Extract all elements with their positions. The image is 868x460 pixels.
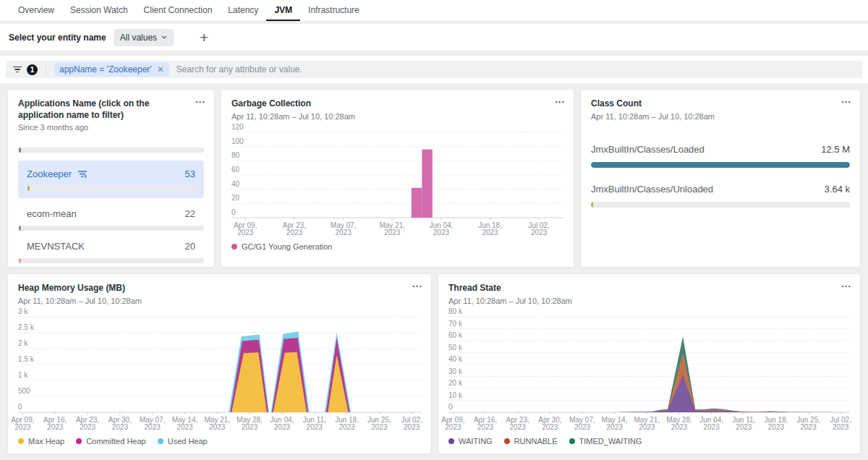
facet-bar bbox=[18, 148, 204, 153]
svg-text:500: 500 bbox=[18, 387, 30, 395]
divider bbox=[46, 63, 46, 76]
tab-latency[interactable]: Latency bbox=[220, 0, 266, 21]
ellipsis-menu-icon[interactable]: ... bbox=[841, 278, 851, 289]
card-title: Thread State bbox=[448, 283, 850, 294]
svg-text:50 k: 50 k bbox=[448, 343, 463, 351]
garbage-collection-card: Garbage Collection Apr 11, 10:28am – Jul… bbox=[221, 89, 574, 268]
svg-text:2023: 2023 bbox=[477, 423, 494, 431]
svg-text:0: 0 bbox=[231, 208, 236, 216]
tab-overview[interactable]: Overview bbox=[10, 0, 62, 21]
heap-memory-chart[interactable]: 05001 k1.5 k2 k2.5 k3 kApr 09,2023Apr 16… bbox=[18, 308, 421, 433]
close-icon[interactable]: ✕ bbox=[157, 64, 164, 74]
svg-text:1 k: 1 k bbox=[18, 371, 28, 379]
svg-text:2023: 2023 bbox=[286, 229, 303, 237]
svg-text:2023: 2023 bbox=[482, 229, 498, 237]
filter-chip-appname[interactable]: appName = 'Zookeeper' ✕ bbox=[54, 62, 169, 77]
svg-text:2023: 2023 bbox=[176, 423, 193, 431]
thread-state-chart[interactable]: 010 k20 k30 k40 k50 k60 k70 k80 kApr 09,… bbox=[448, 308, 850, 433]
svg-text:2023: 2023 bbox=[703, 423, 720, 431]
search-input[interactable] bbox=[176, 64, 855, 74]
legend-item[interactable]: GC/G1 Young Generation bbox=[231, 242, 332, 251]
tab-client-connection[interactable]: Client Connection bbox=[136, 0, 221, 21]
legend-item[interactable]: Used Heap bbox=[158, 437, 208, 446]
svg-text:1.5 k: 1.5 k bbox=[18, 355, 35, 363]
filter-count-badge: 1 bbox=[27, 64, 38, 75]
filter-funnel-icon[interactable] bbox=[13, 67, 22, 73]
legend-label: Max Heap bbox=[28, 437, 64, 446]
garbage-collection-chart[interactable]: 020406080100120Apr 09,2023Apr 23,2023May… bbox=[231, 124, 563, 238]
svg-text:2023: 2023 bbox=[736, 423, 752, 431]
svg-text:20 k: 20 k bbox=[448, 379, 463, 387]
entity-values-dropdown[interactable]: All values bbox=[114, 29, 174, 46]
legend-item[interactable]: TIMED_WAITING bbox=[569, 437, 642, 446]
entity-filter-label: Select your entity name bbox=[9, 33, 106, 43]
svg-text:2023: 2023 bbox=[433, 229, 450, 237]
filter-chip-label: appName = 'Zookeeper' bbox=[59, 64, 152, 74]
entity-filter-band: Select your entity name All values + bbox=[0, 24, 868, 51]
legend-dot-icon bbox=[569, 438, 575, 444]
app-item-mevnstack[interactable]: MEVNSTACK 20 bbox=[18, 241, 204, 252]
svg-text:2023: 2023 bbox=[80, 423, 96, 431]
app-name: Zookeeper bbox=[27, 169, 72, 179]
svg-text:60: 60 bbox=[231, 166, 240, 174]
svg-text:2023: 2023 bbox=[800, 423, 817, 431]
chart-legend: WAITINGRUNNABLETIMED_WAITING bbox=[438, 433, 860, 446]
legend-item[interactable]: RUNNABLE bbox=[504, 437, 558, 446]
svg-text:2023: 2023 bbox=[145, 423, 161, 431]
svg-text:2023: 2023 bbox=[510, 423, 527, 431]
app-item-ecom-mean[interactable]: ecom-mean 22 bbox=[18, 208, 204, 219]
legend-label: Used Heap bbox=[168, 437, 208, 446]
svg-text:2023: 2023 bbox=[384, 229, 401, 237]
svg-text:2023: 2023 bbox=[339, 423, 355, 431]
card-title: Heap Memory Usage (MB) bbox=[18, 283, 421, 294]
svg-text:120: 120 bbox=[231, 123, 244, 131]
legend-label: GC/G1 Young Generation bbox=[242, 242, 332, 251]
legend-item[interactable]: Committed Heap bbox=[76, 437, 146, 446]
metric-value: 3.64 k bbox=[825, 184, 850, 195]
legend-dot-icon bbox=[18, 438, 24, 444]
card-subtitle: Apr 11, 10:28am – Jul 10, 10:28am bbox=[448, 297, 850, 305]
legend-label: Committed Heap bbox=[86, 437, 146, 446]
svg-text:2023: 2023 bbox=[445, 423, 461, 431]
ellipsis-menu-icon[interactable]: ... bbox=[555, 94, 565, 105]
thread-state-card: Thread State Apr 11, 10:28am – Jul 10, 1… bbox=[438, 273, 861, 454]
legend-item[interactable]: Max Heap bbox=[18, 437, 64, 446]
metric-bar bbox=[591, 162, 850, 168]
svg-text:80: 80 bbox=[231, 151, 240, 159]
card-subtitle: Since 3 months ago bbox=[18, 123, 204, 132]
metric-bar bbox=[591, 202, 850, 208]
svg-text:0: 0 bbox=[18, 403, 22, 411]
svg-text:2023: 2023 bbox=[274, 423, 291, 431]
legend-item[interactable]: WAITING bbox=[448, 437, 493, 446]
svg-text:2023: 2023 bbox=[47, 423, 64, 431]
app-name: MEVNSTACK bbox=[27, 241, 85, 252]
add-filter-button[interactable]: + bbox=[197, 30, 211, 45]
app-item-zookeeper[interactable]: Zookeeper 53 bbox=[18, 161, 204, 198]
svg-text:2023: 2023 bbox=[371, 423, 388, 431]
ellipsis-menu-icon[interactable]: ... bbox=[412, 278, 422, 289]
svg-text:2023: 2023 bbox=[237, 229, 254, 237]
ellipsis-menu-icon[interactable]: ... bbox=[195, 94, 205, 105]
filter-remove-icon[interactable] bbox=[77, 170, 88, 179]
svg-text:40: 40 bbox=[231, 179, 240, 187]
card-subtitle: Apr 11, 10:28am – Jul 10, 10:28am bbox=[591, 112, 850, 121]
svg-text:10 k: 10 k bbox=[448, 391, 463, 399]
card-title: Garbage Collection bbox=[231, 98, 563, 110]
tab-jvm[interactable]: JVM bbox=[266, 0, 300, 21]
svg-text:2 k: 2 k bbox=[18, 339, 28, 347]
app-count: 53 bbox=[185, 169, 195, 179]
tab-infrastructure[interactable]: Infrastructure bbox=[300, 0, 367, 21]
top-nav: Overview Session Watch Client Connection… bbox=[0, 0, 868, 22]
chart-legend: GC/G1 Young Generation bbox=[221, 238, 574, 251]
ellipsis-menu-icon[interactable]: ... bbox=[841, 94, 851, 105]
legend-dot-icon bbox=[76, 438, 82, 444]
tab-session-watch[interactable]: Session Watch bbox=[62, 0, 136, 21]
legend-dot-icon bbox=[231, 244, 237, 250]
svg-text:80 k: 80 k bbox=[448, 307, 463, 315]
metric-label: JmxBuiltIn/Classes/Loaded bbox=[591, 144, 705, 155]
legend-label: RUNNABLE bbox=[514, 437, 558, 446]
svg-text:100: 100 bbox=[231, 137, 244, 145]
svg-text:3 k: 3 k bbox=[18, 307, 28, 315]
class-count-list: JmxBuiltIn/Classes/Loaded 12.5 M JmxBuil… bbox=[581, 121, 860, 208]
heap-memory-card: Heap Memory Usage (MB) Apr 11, 10:28am –… bbox=[7, 273, 432, 454]
